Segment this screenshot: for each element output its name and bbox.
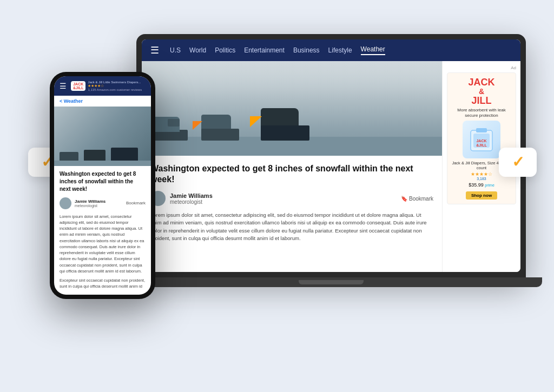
menu-icon[interactable]: ☰	[150, 44, 159, 56]
nav-lifestyle[interactable]: Lifestyle	[328, 46, 352, 54]
laptop-author-row: Jamie Williams meteorologist 🔖 Bookmark	[150, 191, 433, 206]
phone-menu-icon[interactable]: ☰	[60, 82, 67, 90]
laptop-navbar: ☰ U.S World Politics Entertainment Busin…	[142, 39, 520, 61]
nav-world[interactable]: World	[189, 46, 206, 54]
bookmark-icon: 🔖	[401, 196, 407, 202]
nav-politics[interactable]: Politics	[215, 46, 235, 54]
phone-road	[54, 161, 151, 166]
ad-reviews: 3,183	[452, 177, 511, 181]
laptop-headline: Washington expected to get 8 inches of s…	[150, 163, 433, 186]
laptop-article: Washington expected to get 8 inches of s…	[142, 156, 442, 272]
phone-bookmark[interactable]: Bookmark	[126, 201, 146, 205]
phone-author-avatar	[60, 197, 71, 209]
phone-headline: Washington expected to get 8 inches of s…	[60, 170, 146, 193]
phone-author-name: Jamie Williams	[75, 199, 123, 204]
ad-shop-button[interactable]: Shop now	[466, 191, 497, 200]
phone-author-title: meteorologist	[75, 204, 123, 208]
phone-truck-3	[111, 148, 138, 162]
phone-ad-stars: ★★★★☆	[88, 84, 142, 88]
checkmark-right-icon: ✓	[512, 153, 524, 171]
nav-entertainment[interactable]: Entertainment	[244, 46, 285, 54]
phone-device: ☰ JACK &JILL Jack & Jill Little Swimmers…	[50, 72, 155, 299]
laptop-content-area: Washington expected to get 8 inches of s…	[142, 61, 520, 272]
truck-1	[153, 117, 188, 141]
ad-subtitle: More absorbent with leak secure protecti…	[452, 108, 511, 119]
ad-brand-line2: JILL	[452, 96, 511, 105]
phone-article-body-2: Excepteur sint occaecat cupidatat non pr…	[60, 277, 146, 290]
laptop-screen: ☰ U.S World Politics Entertainment Busin…	[142, 39, 520, 272]
laptop-hero-image	[142, 61, 442, 156]
phone-ad-tagline: Jack & Jill Little Swimmers Diapers...	[88, 81, 142, 84]
phone-article-body: Lorem ipsum dolor sit amet, consectetur …	[60, 214, 146, 275]
snow-overlay	[142, 61, 442, 99]
phone-truck-2	[84, 150, 105, 162]
phone-navbar: ☰ JACK &JILL Jack & Jill Little Swimmers…	[54, 76, 151, 96]
laptop-body: ☰ U.S World Politics Entertainment Busin…	[136, 34, 526, 277]
phone-hero-image	[54, 107, 151, 166]
ad-price: $35.99 prime	[452, 182, 511, 188]
phone-logo-jack: JACK	[73, 82, 83, 86]
phone-back-link[interactable]: < Weather	[54, 96, 151, 107]
bookmark-label: Bookmark	[409, 196, 433, 202]
svg-text:JACK: JACK	[476, 139, 486, 143]
scene: ☰ U.S World Politics Entertainment Busin…	[17, 18, 537, 375]
laptop-device: ☰ U.S World Politics Entertainment Busin…	[136, 34, 526, 294]
phone-screen: ☰ JACK &JILL Jack & Jill Little Swimmers…	[54, 76, 151, 295]
ad-brand-line1: JACK	[452, 77, 511, 87]
phone-author-info: Jamie Williams meteorologist	[75, 199, 123, 208]
phone-logo-jill: &JILL	[73, 86, 83, 90]
laptop-main-content: Washington expected to get 8 inches of s…	[142, 61, 442, 272]
phone-ad-reviews: 1,135 Amazon.com customer reviews	[88, 88, 142, 91]
truck-3	[261, 108, 309, 141]
svg-text:&JILL: &JILL	[476, 143, 487, 147]
truck-scene	[142, 61, 442, 156]
ad-box: JACK & JILL More absorbent with leak sec…	[447, 72, 516, 205]
phone-author-row: Jamie Williams meteorologist Bookmark	[60, 197, 146, 209]
ad-label: Ad	[447, 65, 516, 70]
nav-us[interactable]: U.S	[170, 46, 181, 54]
phone-logo-box: JACK &JILL	[71, 81, 85, 91]
ad-prime: prime	[485, 183, 494, 187]
ad-product-image: JACK &JILL	[463, 121, 500, 158]
phone-article: Washington expected to get 8 inches of s…	[54, 166, 151, 295]
phone-logo: JACK &JILL Jack & Jill Little Swimmers D…	[71, 81, 142, 91]
author-title: meteorologist	[170, 199, 397, 205]
nav-weather[interactable]: Weather	[361, 45, 385, 55]
nav-business[interactable]: Business	[293, 46, 320, 54]
ad-brand-amp: &	[452, 87, 511, 96]
laptop-article-body: Lorem ipsum dolor sit amet, consectetur …	[150, 211, 433, 242]
author-name: Jamie Williams	[170, 192, 397, 199]
laptop-base	[120, 277, 542, 287]
check-card-right: ✓	[499, 148, 537, 177]
truck-2	[201, 115, 239, 141]
author-info: Jamie Williams meteorologist	[170, 192, 397, 205]
laptop-notch	[299, 280, 364, 284]
bookmark-button[interactable]: 🔖 Bookmark	[401, 196, 433, 202]
diaper-package-icon: JACK &JILL	[468, 126, 495, 153]
svg-rect-4	[476, 128, 487, 132]
